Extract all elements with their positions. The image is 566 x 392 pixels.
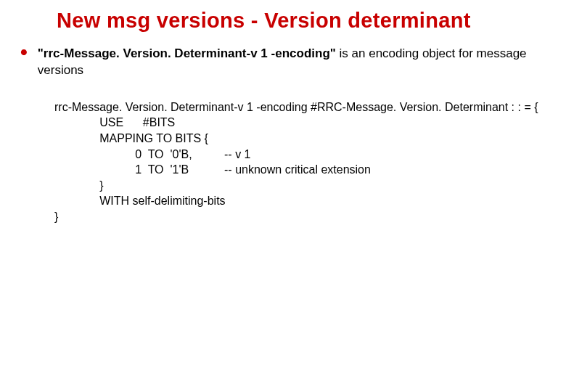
- code-line-8: }: [54, 211, 58, 223]
- code-line-5: 1 TO '1'B -- unknown critical extension: [54, 163, 371, 176]
- bullet-quoted: "rrc-Message. Version. Determinant-v 1 -…: [38, 46, 336, 60]
- code-line-3: MAPPING TO BITS {: [54, 132, 208, 144]
- code-block: rrc-Message. Version. Determinant-v 1 -e…: [54, 99, 566, 225]
- code-line-4: 0 TO '0'B, -- v 1: [54, 148, 250, 160]
- bullet-icon: •: [20, 46, 28, 59]
- bullet-item: • "rrc-Message. Version. Determinant-v 1…: [0, 46, 566, 79]
- slide: New msg versions - Version determinant •…: [0, 0, 566, 225]
- bullet-text: "rrc-Message. Version. Determinant-v 1 -…: [38, 46, 544, 79]
- code-line-1: rrc-Message. Version. Determinant-v 1 -e…: [54, 101, 538, 113]
- code-line-6: }: [54, 179, 104, 192]
- slide-title: New msg versions - Version determinant: [0, 9, 566, 33]
- code-line-2: USE #BITS: [54, 116, 175, 128]
- code-line-7: WITH self-delimiting-bits: [54, 195, 226, 207]
